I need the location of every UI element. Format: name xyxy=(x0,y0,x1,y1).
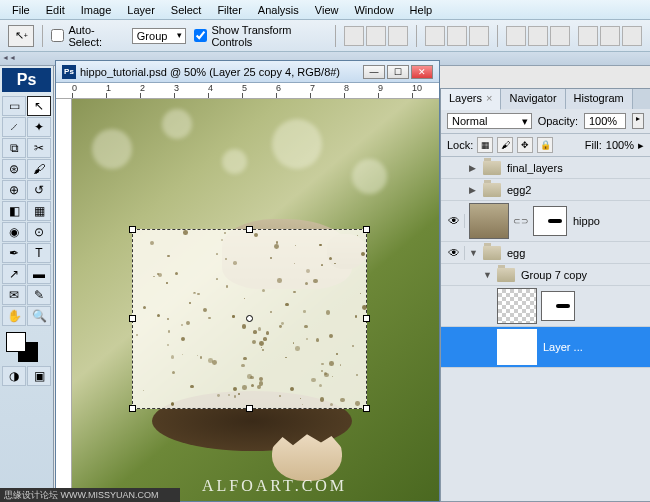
align-bottom-icon[interactable] xyxy=(388,26,408,46)
lock-all-icon[interactable]: 🔒 xyxy=(537,137,553,153)
hand-tool-icon[interactable]: ✋ xyxy=(2,306,26,326)
foreground-color-swatch[interactable] xyxy=(6,332,26,352)
distribute-right-icon[interactable] xyxy=(622,26,642,46)
menu-edit[interactable]: Edit xyxy=(38,2,73,18)
auto-select-dropdown[interactable]: Group xyxy=(132,28,187,44)
move-tool-icon[interactable]: ↖ xyxy=(27,96,51,116)
lock-position-icon[interactable]: ✥ xyxy=(517,137,533,153)
eyedropper-tool-icon[interactable]: ✎ xyxy=(27,285,51,305)
visibility-eye-icon[interactable]: 👁 xyxy=(443,214,465,228)
blur-tool-icon[interactable]: ◉ xyxy=(2,222,26,242)
tab-layers[interactable]: Layers× xyxy=(441,89,501,110)
align-vcenter-icon[interactable] xyxy=(366,26,386,46)
distribute-left-icon[interactable] xyxy=(578,26,598,46)
marquee-tool-icon[interactable]: ▭ xyxy=(2,96,26,116)
blend-mode-dropdown[interactable]: Normal xyxy=(447,113,532,129)
layer-name[interactable]: egg2 xyxy=(505,184,648,196)
brush-tool-icon[interactable]: 🖌 xyxy=(27,159,51,179)
lock-transparency-icon[interactable]: ▦ xyxy=(477,137,493,153)
distribute-vcenter-icon[interactable] xyxy=(528,26,548,46)
distribute-bottom-icon[interactable] xyxy=(550,26,570,46)
layer-name[interactable]: egg xyxy=(505,247,648,259)
transform-center-icon[interactable] xyxy=(246,315,253,322)
dodge-tool-icon[interactable]: ⊙ xyxy=(27,222,51,242)
align-left-icon[interactable] xyxy=(425,26,445,46)
tab-navigator[interactable]: Navigator xyxy=(501,89,565,109)
visibility-eye-icon[interactable]: 👁 xyxy=(443,246,465,260)
transform-handle-bl[interactable] xyxy=(129,405,136,412)
fill-arrow-icon[interactable]: ▸ xyxy=(638,139,644,152)
type-tool-icon[interactable]: T xyxy=(27,243,51,263)
close-button[interactable]: ✕ xyxy=(411,65,433,79)
show-transform-checkbox[interactable]: Show Transform Controls xyxy=(194,24,327,48)
layer-name[interactable]: final_layers xyxy=(505,162,648,174)
history-brush-icon[interactable]: ↺ xyxy=(27,180,51,200)
minimize-button[interactable]: — xyxy=(363,65,385,79)
menu-file[interactable]: File xyxy=(4,2,38,18)
layer-row[interactable]: Layer ... xyxy=(441,327,650,368)
menu-filter[interactable]: Filter xyxy=(209,2,249,18)
transform-handle-tl[interactable] xyxy=(129,226,136,233)
canvas[interactable]: ALFOART.COM xyxy=(72,99,439,501)
document-titlebar[interactable]: Ps hippo_tutorial.psd @ 50% (Layer 25 co… xyxy=(56,61,439,83)
tab-histogram[interactable]: Histogram xyxy=(566,89,633,109)
transform-handle-ml[interactable] xyxy=(129,315,136,322)
transform-handle-tr[interactable] xyxy=(363,226,370,233)
opacity-input[interactable]: 100% xyxy=(584,113,626,129)
layer-name[interactable]: Layer ... xyxy=(541,341,648,353)
transform-handle-br[interactable] xyxy=(363,405,370,412)
distribute-top-icon[interactable] xyxy=(506,26,526,46)
transform-handle-tm[interactable] xyxy=(246,226,253,233)
stamp-tool-icon[interactable]: ⊕ xyxy=(2,180,26,200)
pen-tool-icon[interactable]: ✒ xyxy=(2,243,26,263)
heal-tool-icon[interactable]: ⊛ xyxy=(2,159,26,179)
path-tool-icon[interactable]: ↗ xyxy=(2,264,26,284)
shape-tool-icon[interactable]: ▬ xyxy=(27,264,51,284)
eraser-tool-icon[interactable]: ◧ xyxy=(2,201,26,221)
menu-layer[interactable]: Layer xyxy=(119,2,163,18)
menu-window[interactable]: Window xyxy=(346,2,401,18)
align-top-icon[interactable] xyxy=(344,26,364,46)
screenmode-icon[interactable]: ▣ xyxy=(27,366,51,386)
zoom-tool-icon[interactable]: 🔍 xyxy=(27,306,51,326)
transform-bounding-box[interactable] xyxy=(132,229,367,409)
distribute-hcenter-icon[interactable] xyxy=(600,26,620,46)
auto-select-checkbox[interactable]: Auto-Select: xyxy=(51,24,123,48)
menu-analysis[interactable]: Analysis xyxy=(250,2,307,18)
expand-arrow-icon[interactable]: ▶ xyxy=(469,185,479,195)
lock-paint-icon[interactable]: 🖌 xyxy=(497,137,513,153)
layer-thumbnail[interactable] xyxy=(497,288,537,324)
menu-view[interactable]: View xyxy=(307,2,347,18)
layer-name[interactable]: Group 7 copy xyxy=(519,269,648,281)
crop-tool-icon[interactable]: ⧉ xyxy=(2,138,26,158)
quickmask-icon[interactable]: ◑ xyxy=(2,366,26,386)
layer-thumbnail[interactable] xyxy=(469,203,509,239)
slice-tool-icon[interactable]: ✂ xyxy=(27,138,51,158)
lasso-tool-icon[interactable]: ⟋ xyxy=(2,117,26,137)
layer-row[interactable]: 👁⊂⊃hippo xyxy=(441,201,650,242)
expand-arrow-icon[interactable]: ▼ xyxy=(483,270,493,280)
layer-row[interactable]: 👁▼egg xyxy=(441,242,650,264)
gradient-tool-icon[interactable]: ▦ xyxy=(27,201,51,221)
transform-handle-bm[interactable] xyxy=(246,405,253,412)
align-right-icon[interactable] xyxy=(469,26,489,46)
maximize-button[interactable]: ☐ xyxy=(387,65,409,79)
transform-handle-mr[interactable] xyxy=(363,315,370,322)
menu-help[interactable]: Help xyxy=(402,2,441,18)
opacity-arrow-icon[interactable]: ▸ xyxy=(632,113,644,129)
menu-select[interactable]: Select xyxy=(163,2,210,18)
expand-arrow-icon[interactable]: ▼ xyxy=(469,248,479,258)
move-tool-indicator[interactable]: ↖+ xyxy=(8,25,34,47)
notes-tool-icon[interactable]: ✉ xyxy=(2,285,26,305)
layer-row[interactable]: ▶egg2 xyxy=(441,179,650,201)
expand-arrow-icon[interactable]: ▶ xyxy=(469,163,479,173)
layer-row[interactable]: ▶final_layers xyxy=(441,157,650,179)
layer-row[interactable]: ▼Group 7 copy xyxy=(441,264,650,286)
layer-mask-thumbnail[interactable] xyxy=(541,291,575,321)
color-swatches[interactable] xyxy=(2,332,51,362)
layer-thumbnail[interactable] xyxy=(497,329,537,365)
layer-mask-thumbnail[interactable] xyxy=(533,206,567,236)
layer-row[interactable] xyxy=(441,286,650,327)
layer-name[interactable]: hippo xyxy=(571,215,648,227)
menu-image[interactable]: Image xyxy=(73,2,120,18)
